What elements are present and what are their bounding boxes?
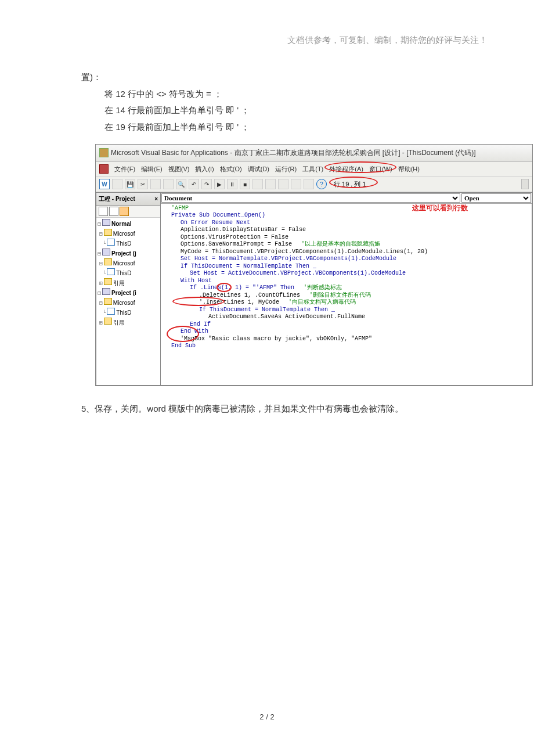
object-browser-icon[interactable] [291,179,301,189]
paste-icon[interactable] [163,179,174,189]
menu-insert[interactable]: 插入(I) [195,163,214,175]
menu-help[interactable]: 帮助(H) [398,163,420,175]
step-5: 5、保存，关闭。word 模版中的病毒已被清除，并且如果文件中有病毒也会被清除。 [81,401,499,417]
annotation-ellipse-menu [324,161,396,173]
help-icon[interactable]: ? [316,179,327,189]
view-object-icon[interactable] [109,207,118,216]
page-footer: 2 / 2 [0,712,534,721]
close-icon[interactable]: × [154,193,158,204]
redo-icon[interactable]: ↷ [201,179,212,189]
titlebar: Microsoft Visual Basic for Applications … [96,145,532,162]
design-icon[interactable] [252,179,263,189]
menu-tools[interactable]: 工具(T) [302,163,323,175]
project-tree[interactable]: ⊟Normal ⊟Microsof └ThisD ⊟Project (j ⊟Mi… [96,218,160,330]
vba-window: Microsoft Visual Basic for Applications … [95,144,533,386]
copy-icon[interactable] [150,179,161,189]
annotation-ellipse-2 [172,297,225,306]
menubar: 文件(F) 编辑(E) 视图(V) 插入(I) 格式(O) 调试(D) 运行(R… [96,162,532,177]
step-1: 将 12 行中的 <> 符号改为 = ； [104,86,499,103]
view-code-icon[interactable] [99,207,108,216]
menu-edit[interactable]: 编辑(E) [141,163,163,175]
step-3: 在 19 行最前面加上半角单引号 即 ' ； [104,119,499,136]
object-select[interactable]: Document [161,193,460,203]
word-switch-icon[interactable]: W [99,179,110,189]
procedure-select[interactable]: Open [461,193,531,203]
vba-app-icon [99,148,109,157]
properties-icon[interactable] [278,179,288,189]
annotation-rowcount: 这里可以看到行数 [412,204,468,213]
step-2: 在 14 行最前面加上半角单引号 即 ' ； [104,102,499,119]
body-line-1: 置)： [81,69,499,86]
save-icon[interactable]: 💾 [125,179,135,189]
window-title: Microsoft Visual Basic for Applications … [111,146,476,160]
find-icon[interactable]: 🔍 [176,179,186,189]
pause-icon[interactable]: ⏸ [227,179,237,189]
undo-icon[interactable]: ↶ [189,179,199,189]
toggle-folders-icon[interactable] [120,207,129,216]
menu-run[interactable]: 运行(R) [275,163,297,175]
run-icon[interactable]: ▶ [214,179,225,189]
toolbar-btn[interactable] [112,179,122,189]
toolbox-icon[interactable] [304,179,314,189]
page-header-note: 文档供参考，可复制、编制，期待您的好评与关注！ [0,0,534,46]
code-editor[interactable]: 这里可以看到行数 'AFMPPrivate Sub Document_Open(… [161,204,532,385]
cut-icon[interactable]: ✂ [138,179,148,189]
code-pane: Document Open 这里可以看到行数 'AFMPPrivate Sub … [161,192,532,386]
stop-icon[interactable]: ■ [240,179,250,189]
menu-addins-annot: 外接程序(A) [329,163,363,175]
menu-file[interactable]: 文件(F) [114,163,135,175]
project-explorer: 工程 - Project × ⊟Normal ⊟Microsof └ThisD … [96,192,161,386]
cursor-position: 行 19 , 列 1 [334,178,366,190]
annotation-ellipse-3 [167,326,199,342]
word-icon [99,164,109,174]
menu-view[interactable]: 视图(V) [168,163,190,175]
project-explorer-header: 工程 - Project × [96,193,160,206]
toolbar-grip [521,179,529,189]
menu-debug[interactable]: 调试(D) [248,163,269,175]
annotation-ellipse-position [329,177,378,188]
annotation-ellipse-1 [217,283,232,292]
menu-format[interactable]: 格式(O) [220,163,242,175]
toolbar: W 💾 ✂ 🔍 ↶ ↷ ▶ ⏸ ■ ? 行 19 , 列 1 [96,177,532,192]
project-explorer-icon[interactable] [265,179,276,189]
